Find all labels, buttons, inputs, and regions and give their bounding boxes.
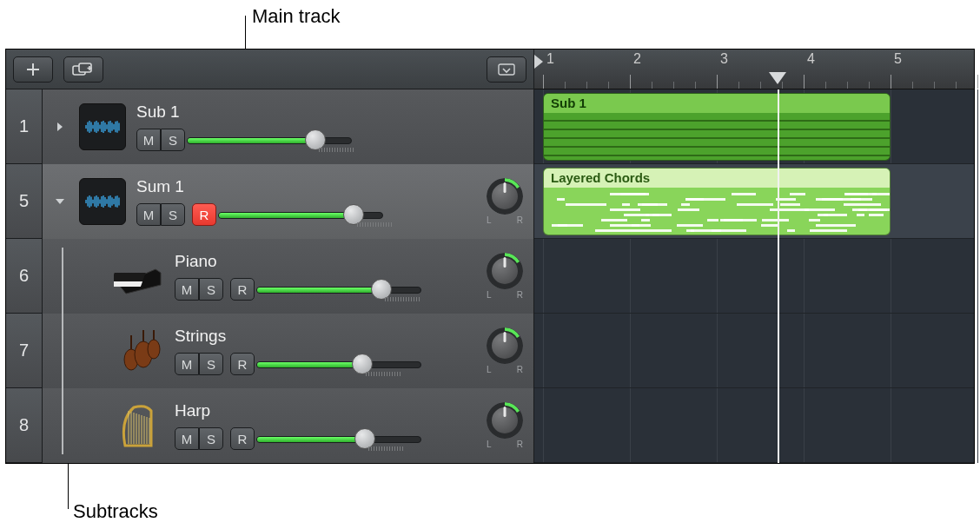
waveform-icon — [79, 103, 126, 150]
pan-knob[interactable]: LR — [485, 179, 525, 225]
record-enable-button[interactable]: R — [230, 353, 255, 375]
duplicate-track-button[interactable] — [63, 56, 103, 83]
subtrack-bracket — [62, 248, 63, 454]
track-header[interactable]: Sum 1MSRLR — [43, 164, 533, 239]
track-headers-panel: 1Sub 1MS5Sum 1MSRLR6PianoMSRLR7StringsMS… — [6, 89, 534, 463]
volume-slider[interactable] — [218, 204, 383, 225]
pan-label-r: R — [517, 290, 523, 300]
svg-rect-46 — [114, 273, 146, 281]
pan-label-l: L — [487, 365, 492, 374]
playhead-marker[interactable] — [769, 72, 786, 84]
solo-button[interactable]: S — [199, 353, 223, 375]
pan-label-l: L — [487, 290, 492, 300]
daw-window: 123456 1Sub 1MS5Sum 1MSRLR6PianoMSRLR7St… — [5, 49, 975, 464]
region-name: Sub 1 — [544, 94, 890, 113]
pan-label-l: L — [487, 440, 492, 449]
ruler-bar-number: 1 — [546, 51, 554, 67]
track-name-label[interactable]: Piano — [175, 252, 474, 271]
pan-label-r: R — [517, 365, 523, 374]
record-enable-button[interactable]: R — [192, 203, 216, 226]
svg-point-50 — [148, 340, 160, 359]
svg-rect-45 — [114, 281, 142, 287]
region-sub-1[interactable]: Sub 1 — [543, 93, 891, 161]
pan-label-r: R — [517, 215, 523, 225]
mute-button[interactable]: M — [136, 203, 161, 226]
ruler-bar-number: 3 — [720, 51, 728, 67]
ruler-bar-number: 2 — [633, 51, 641, 67]
region-layered-chords[interactable]: Layered Chords — [543, 168, 891, 235]
instrument-icon — [112, 250, 164, 302]
track-number[interactable]: 6 — [6, 239, 43, 313]
pan-knob[interactable]: LR — [485, 328, 525, 374]
instrument-icon — [112, 325, 164, 377]
track-lane[interactable] — [534, 314, 974, 388]
track-number[interactable]: 8 — [6, 388, 43, 462]
record-enable-button[interactable]: R — [230, 278, 255, 301]
mute-button[interactable]: M — [175, 353, 199, 375]
pan-knob[interactable]: LR — [485, 403, 525, 449]
track-name-label[interactable]: Harp — [175, 401, 474, 420]
solo-button[interactable]: S — [199, 427, 223, 450]
volume-slider[interactable] — [256, 428, 421, 449]
track-header[interactable]: StringsMSRLR — [43, 314, 533, 388]
solo-button[interactable]: S — [161, 203, 185, 226]
pan-label-l: L — [487, 215, 492, 225]
track-name-label[interactable]: Sum 1 — [136, 177, 474, 196]
track-header[interactable]: Sub 1MS — [43, 89, 533, 164]
waveform-icon — [79, 178, 126, 225]
callout-main-track: Main track — [252, 5, 340, 28]
ruler-bar-number: 4 — [807, 51, 815, 67]
mute-button[interactable]: M — [136, 129, 161, 151]
arrange-area[interactable]: Sub 1Layered Chords — [534, 89, 974, 463]
disclosure-triangle[interactable] — [51, 195, 69, 208]
track-row-sub-1[interactable]: 1Sub 1MS — [6, 89, 533, 164]
track-number[interactable]: 1 — [6, 89, 43, 163]
track-header[interactable]: PianoMSRLR — [43, 239, 533, 314]
plus-icon — [25, 62, 41, 77]
mute-button[interactable]: M — [175, 427, 199, 450]
volume-slider[interactable] — [256, 354, 421, 374]
ruler-bar-number: 5 — [894, 51, 902, 67]
record-enable-button[interactable]: R — [230, 427, 255, 450]
track-header-toolbar — [6, 50, 534, 89]
svg-rect-2 — [499, 64, 514, 75]
solo-button[interactable]: S — [199, 278, 223, 301]
solo-button[interactable]: S — [161, 129, 185, 151]
pan-knob[interactable]: LR — [485, 254, 525, 300]
dropdown-list-icon — [498, 63, 515, 76]
track-name-label[interactable]: Sub 1 — [136, 102, 525, 122]
track-lane[interactable] — [534, 239, 974, 314]
region-name: Layered Chords — [544, 169, 890, 188]
grid-line — [977, 89, 978, 463]
track-row-sum-1[interactable]: 5Sum 1MSRLR — [6, 164, 533, 239]
track-list-menu-button[interactable] — [487, 56, 526, 83]
track-row-piano[interactable]: 6PianoMSRLR — [6, 239, 533, 314]
track-row-harp[interactable]: 8HarpMSRLR — [6, 388, 533, 463]
add-track-button[interactable] — [13, 56, 53, 83]
track-lane[interactable] — [534, 388, 974, 463]
duplicate-icon — [72, 63, 95, 76]
timeline-ruler[interactable]: 123456 — [534, 50, 974, 89]
track-row-strings[interactable]: 7StringsMSRLR — [6, 314, 533, 388]
track-number[interactable]: 5 — [6, 164, 43, 238]
track-number[interactable]: 7 — [6, 314, 43, 387]
instrument-icon — [112, 400, 164, 452]
volume-slider[interactable] — [256, 279, 421, 300]
pan-label-r: R — [517, 440, 523, 449]
callout-subtracks: Subtracks — [73, 500, 158, 523]
track-header[interactable]: HarpMSRLR — [43, 388, 533, 463]
mute-button[interactable]: M — [175, 278, 199, 301]
disclosure-triangle[interactable] — [51, 121, 69, 133]
volume-slider[interactable] — [187, 129, 352, 150]
track-name-label[interactable]: Strings — [175, 327, 474, 346]
playhead-line[interactable] — [778, 89, 779, 463]
